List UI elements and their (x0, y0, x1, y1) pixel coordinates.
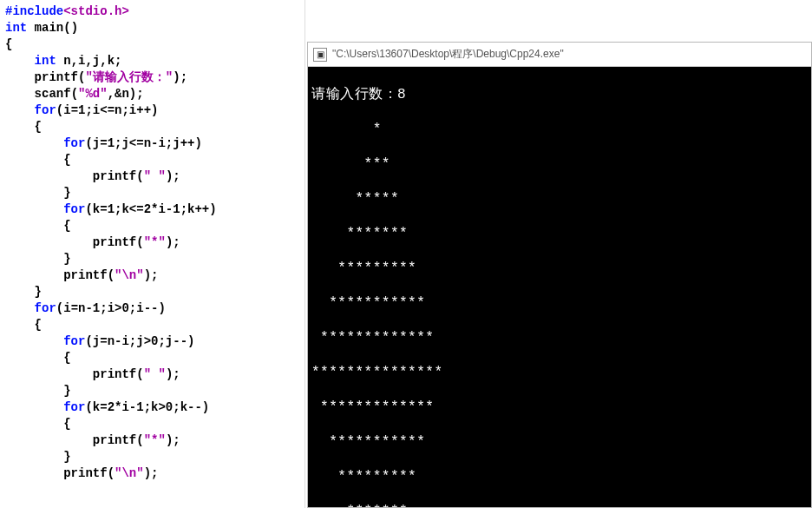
scanf: scanf (35, 87, 71, 101)
star-row: *********** (311, 294, 808, 312)
brace-open-4: { (63, 219, 70, 233)
star-row: ********* (311, 260, 808, 277)
kw-int: int (5, 21, 27, 35)
main-name: main() (27, 21, 78, 35)
for5-cond: (j=n-i;j>0;j--) (85, 334, 194, 348)
console-title-bar[interactable]: ▣ "C:\Users\13607\Desktop\程序\Debug\Cpp24… (308, 43, 811, 67)
str-nl-2: "\n" (115, 466, 144, 480)
console-icon: ▣ (313, 48, 327, 62)
for2-cond: (j=1;j<=n-i;j++) (85, 136, 201, 150)
console-area: ▣ "C:\Users\13607\Desktop\程序\Debug\Cpp24… (305, 0, 812, 508)
scanf-fmt: "%d" (78, 87, 108, 101)
str-nl-1: "\n" (115, 268, 144, 282)
star-row: ******* (311, 225, 808, 242)
star-row: * (311, 121, 808, 138)
scanf-arg: ,&n (108, 87, 129, 101)
star-row: *** (311, 155, 808, 173)
for1-cond: (i=1;i<=n;i++) (56, 103, 159, 117)
printf-star-1: printf (93, 235, 136, 249)
var-decl: n,i,j,k; (56, 54, 122, 68)
str-star-1: "*" (144, 235, 166, 249)
star-row: ******* (311, 503, 808, 507)
printf-space-2: printf (93, 367, 136, 381)
for6-cond: (k=2*i-1;k>0;k--) (85, 400, 209, 414)
brace-open-1: { (5, 37, 12, 51)
str-star-2: "*" (144, 433, 166, 447)
for-6: for (63, 400, 85, 414)
blank-top (305, 0, 812, 42)
for-3: for (63, 202, 85, 216)
brace-close-2: } (35, 285, 42, 299)
console-prompt: 请输入行数：8 (311, 86, 808, 103)
star-row: ************* (311, 329, 808, 346)
kw-int-decl: int (35, 54, 56, 68)
star-row: ************* (311, 399, 808, 416)
star-row: *********** (311, 433, 808, 451)
brace-open-3: { (63, 153, 70, 167)
for-2: for (63, 136, 85, 150)
printf-space-1: printf (93, 169, 136, 183)
printf-nl-2: printf (63, 466, 107, 480)
console-output[interactable]: 请输入行数：8 * *** ***** ******* ********* **… (308, 67, 811, 507)
brace-open-7: { (63, 417, 70, 431)
code-editor-pane[interactable]: #include<stdio.h> int main() { int n,i,j… (0, 0, 305, 508)
printf-1: printf (35, 70, 78, 84)
brace-close-6: } (63, 384, 70, 398)
brace-open-6: { (63, 351, 70, 365)
root: #include<stdio.h> int main() { int n,i,j… (0, 0, 812, 508)
pp-include: #include (5, 4, 63, 18)
str-prompt: "请输入行数：" (85, 70, 173, 84)
for4-cond: (i=n-1;i>0;i--) (56, 301, 166, 315)
brace-close-7: } (63, 450, 70, 464)
pp-header: <stdio.h> (63, 4, 129, 18)
brace-close-3: } (63, 186, 70, 200)
for-4: for (35, 301, 56, 315)
str-space-2: " " (144, 367, 166, 381)
star-row: ********* (311, 468, 808, 485)
printf-star-2: printf (93, 433, 136, 447)
brace-close-4: } (63, 252, 70, 266)
brace-open-2: { (35, 120, 42, 134)
console-window[interactable]: ▣ "C:\Users\13607\Desktop\程序\Debug\Cpp24… (307, 42, 812, 508)
star-row: ***** (311, 190, 808, 208)
for-1: for (35, 103, 56, 117)
console-title-path: "C:\Users\13607\Desktop\程序\Debug\Cpp24.e… (332, 47, 564, 62)
brace-open-5: { (35, 318, 42, 332)
code-content: #include<stdio.h> int main() { int n,i,j… (2, 3, 304, 482)
printf-nl-1: printf (63, 268, 107, 282)
for3-cond: (k=1;k<=2*i-1;k++) (85, 202, 216, 216)
str-space-1: " " (144, 169, 166, 183)
for-5: for (63, 334, 85, 348)
star-row: *************** (311, 364, 808, 381)
